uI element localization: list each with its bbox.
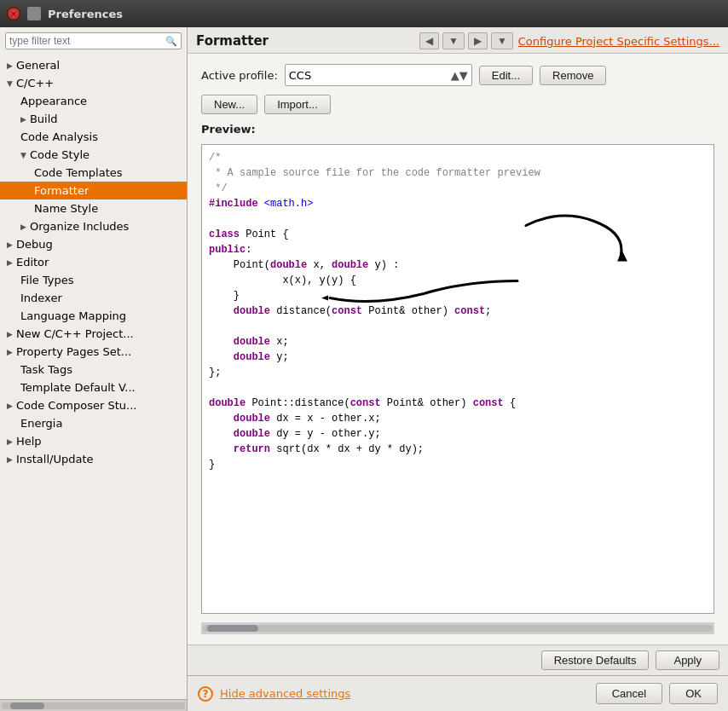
sidebar-item-task-tags[interactable]: Task Tags [0,361,187,379]
sidebar-item-organize-includes[interactable]: ▶ Organize Includes [0,217,187,235]
arrow-icon: ▶ [7,240,13,249]
content-header: Formatter ◀ ▼ ▶ ▼ Configure Project Spec… [188,27,728,54]
code-line [209,211,707,227]
close-button[interactable]: ✕ [7,7,20,20]
import-button[interactable]: Import... [264,95,331,114]
code-line: Point(double x, double y) : [209,257,707,273]
restore-defaults-button[interactable]: Restore Defaults [541,650,650,670]
sidebar-item-general[interactable]: ▶ General [0,56,187,74]
sidebar-item-formatter[interactable]: Formatter [0,182,187,199]
sidebar-item-property-pages-set[interactable]: ▶ Property Pages Set... [0,343,187,361]
code-line: double y; [209,350,707,365]
tree-area: ▶ General ▼ C/C++ Appearance ▶ Build Cod… [0,55,187,699]
content-body: Active profile: CCS ▲▼ Edit... Remove Ne… [188,54,728,645]
search-input[interactable] [9,35,165,47]
sidebar-item-code-style[interactable]: ▼ Code Style [0,146,187,164]
sidebar-item-code-templates[interactable]: Code Templates [0,164,187,182]
arrow-icon: ▼ [7,79,13,88]
arrow-icon: ▶ [7,330,13,338]
arrow-icon: ▶ [7,348,13,356]
chevron-down-icon: ▲▼ [451,69,468,82]
nav-back-button[interactable]: ◀ [419,32,439,49]
sidebar-item-appearance[interactable]: Appearance [0,92,187,110]
arrow-icon: ▶ [20,115,26,124]
sidebar-item-code-analysis[interactable]: Code Analysis [0,128,187,146]
remove-button[interactable]: Remove [540,66,606,85]
code-line: double Point::distance(const Point& othe… [209,396,707,411]
code-line: return sqrt(dx * dx + dy * dy); [209,442,707,457]
configure-project-link[interactable]: Configure Project Specific Settings... [518,35,719,48]
code-line: } [209,457,707,472]
new-import-row: New... Import... [201,95,714,114]
sidebar-item-energia[interactable]: Energia [0,414,187,432]
cancel-button[interactable]: Cancel [596,683,662,704]
nav-forward-button[interactable]: ▶ [468,32,488,49]
hide-advanced-link[interactable]: Hide advanced settings [220,687,350,700]
preview-label: Preview: [201,123,714,136]
nav-buttons: ◀ ▼ ▶ ▼ [419,32,513,49]
nav-forward-dropdown-button[interactable]: ▼ [491,32,513,49]
code-line: } [209,288,707,303]
nav-dropdown-button[interactable]: ▼ [442,32,465,49]
content-panel: Formatter ◀ ▼ ▶ ▼ Configure Project Spec… [188,27,728,711]
apply-button[interactable]: Apply [656,650,719,670]
arrow-icon: ▶ [7,437,13,446]
arrow-icon: ▶ [7,402,13,410]
code-line: }; [209,365,707,380]
code-line: x(x), y(y) { [209,273,707,288]
edit-button[interactable]: Edit... [479,66,533,85]
code-line: public: [209,242,707,257]
search-box[interactable]: 🔍 [5,32,182,49]
window-title: Preferences [48,8,123,20]
arrow-icon: ▶ [7,258,13,267]
new-button[interactable]: New... [201,95,257,114]
code-line: * A sample source file for the code form… [209,165,707,181]
sidebar-item-new-cpp-project[interactable]: ▶ New C/C++ Project... [0,325,187,343]
sidebar: 🔍 ▶ General ▼ C/C++ Appearance ▶ Build [0,27,188,711]
help-icon[interactable]: ? [198,686,213,702]
arrow-icon: ▶ [7,61,13,70]
sidebar-item-install-update[interactable]: ▶ Install/Update [0,450,187,468]
sidebar-item-file-types[interactable]: File Types [0,271,187,289]
sidebar-item-indexer[interactable]: Indexer [0,289,187,307]
code-line: class Point { [209,227,707,242]
profile-row: Active profile: CCS ▲▼ Edit... Remove [201,64,714,86]
preview-hscroll[interactable] [201,622,714,634]
code-line: double x; [209,334,707,350]
profile-select[interactable]: CCS ▲▼ [285,64,472,86]
arrow-icon: ▶ [20,223,26,231]
sidebar-item-cpp[interactable]: ▼ C/C++ [0,74,187,92]
sidebar-item-help[interactable]: ▶ Help [0,432,187,450]
sidebar-item-build[interactable]: ▶ Build [0,110,187,128]
code-line [209,380,707,396]
sidebar-item-debug[interactable]: ▶ Debug [0,235,187,253]
search-icon[interactable]: 🔍 [165,36,177,47]
active-profile-label: Active profile: [201,69,278,82]
bottom-bar: ? Hide advanced settings Cancel OK [188,675,728,711]
arrow-icon: ▼ [20,151,26,159]
sidebar-item-language-mapping[interactable]: Language Mapping [0,307,187,325]
bottom-buttons: Cancel OK [596,683,718,704]
page-title: Formatter [196,33,269,49]
code-line: */ [209,181,707,196]
code-line [209,319,707,334]
code-line: /* [209,150,707,165]
sidebar-item-name-style[interactable]: Name Style [0,199,187,217]
ok-button[interactable]: OK [669,683,718,704]
preview-area[interactable]: /* * A sample source file for the code f… [201,144,714,614]
main-container: 🔍 ▶ General ▼ C/C++ Appearance ▶ Build [0,27,728,711]
code-line: double distance(const Point& other) cons… [209,303,707,319]
sidebar-item-editor[interactable]: ▶ Editor [0,253,187,271]
sidebar-item-code-composer[interactable]: ▶ Code Composer Stu... [0,396,187,414]
sidebar-scrollbar[interactable] [0,699,187,711]
code-line: double dx = x - other.x; [209,411,707,426]
app-icon [27,7,41,20]
code-line: double dy = y - other.y; [209,426,707,442]
content-footer: Restore Defaults Apply [188,645,728,675]
profile-value: CCS [289,69,311,82]
title-bar: ✕ Preferences [0,0,728,27]
sidebar-item-template-default[interactable]: Template Default V... [0,379,187,396]
arrow-icon: ▶ [7,455,13,464]
code-line: #include <math.h> [209,196,707,211]
